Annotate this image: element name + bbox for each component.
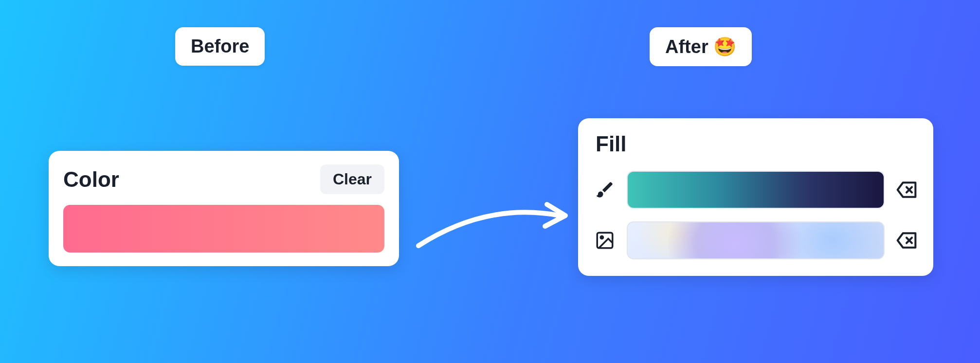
svg-point-1 [600, 236, 603, 238]
fill-row-image [593, 221, 919, 259]
color-panel-title: Color [63, 167, 119, 192]
before-badge: Before [175, 27, 265, 66]
after-badge: After 🤩 [650, 27, 752, 66]
clear-button[interactable]: Clear [320, 164, 384, 194]
after-badge-label: After 🤩 [665, 36, 736, 57]
image-swatch[interactable] [627, 221, 885, 259]
delete-image-button[interactable] [894, 230, 919, 251]
before-badge-label: Before [191, 36, 249, 57]
brush-icon [593, 180, 617, 200]
fill-panel-title: Fill [596, 132, 919, 156]
arrow-icon [414, 192, 579, 260]
delete-gradient-button[interactable] [894, 180, 919, 200]
gradient-swatch[interactable] [627, 171, 885, 209]
image-icon [593, 230, 617, 251]
color-swatch[interactable] [63, 205, 384, 253]
fill-panel-after: Fill [578, 118, 933, 276]
color-panel-header: Color Clear [63, 164, 384, 194]
color-panel-before: Color Clear [49, 151, 399, 266]
fill-row-gradient [593, 171, 919, 209]
